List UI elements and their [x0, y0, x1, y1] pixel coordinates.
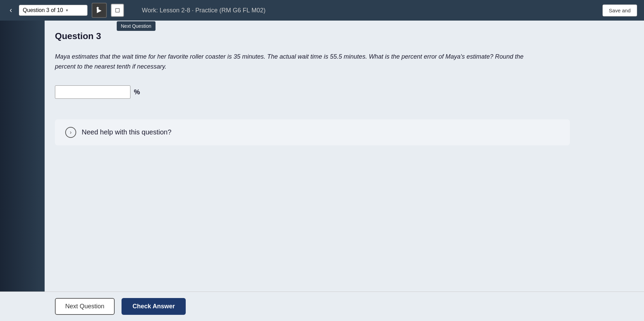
question-body: Maya estimates that the wait time for he…	[55, 52, 536, 72]
percent-symbol: %	[134, 88, 140, 96]
top-bar: ‹ Question 3 of 10 ▾ ▶ ⬆ ☐ Work: Lesson …	[0, 0, 644, 21]
check-answer-btn[interactable]: Check Answer	[122, 298, 186, 315]
help-expand-icon[interactable]: ›	[65, 127, 76, 138]
main-content: Question 3 Maya estimates that the wait …	[0, 21, 644, 321]
save-button[interactable]: Save and	[602, 4, 637, 16]
question-selector-dropdown[interactable]: Question 3 of 10 ▾	[19, 5, 88, 16]
help-text: Need help with this question?	[82, 128, 171, 136]
flag-icon: ☐	[115, 7, 120, 14]
next-question-icon-btn[interactable]: ▶ ⬆	[92, 3, 107, 18]
assignment-title: Work: Lesson 2-8 · Practice (RM G6 FL M0…	[142, 7, 265, 14]
next-question-footer-btn[interactable]: Next Question	[55, 298, 115, 315]
help-section[interactable]: › Need help with this question?	[55, 119, 570, 145]
answer-input[interactable]	[55, 85, 130, 99]
next-question-tooltip: Next Question	[117, 21, 156, 31]
question-selector-label: Question 3 of 10	[23, 7, 63, 13]
back-arrow-btn[interactable]: ‹	[7, 4, 15, 16]
next-arrow-icon: ▶	[97, 7, 102, 14]
left-sidebar-strip	[0, 21, 45, 321]
answer-row: %	[55, 85, 630, 99]
chevron-right-icon: ›	[70, 129, 71, 135]
bottom-bar: Next Question Check Answer	[0, 292, 644, 321]
dropdown-arrow-icon: ▾	[66, 8, 68, 13]
flag-button[interactable]: ☐	[111, 4, 124, 17]
question-title: Question 3	[55, 31, 630, 41]
